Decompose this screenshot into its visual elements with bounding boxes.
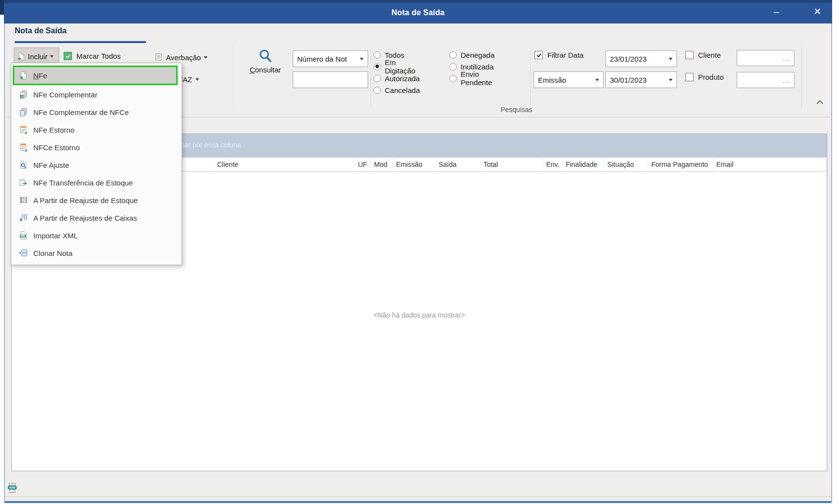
numero-da-nota-combobox[interactable]: Número da Not <box>293 50 368 67</box>
statusbar-divider <box>5 496 831 497</box>
radio-label: Em Digitação <box>385 58 416 75</box>
menu-item-label: NFe Estorno <box>33 126 74 134</box>
dropdown-arrow-icon <box>669 58 673 60</box>
ribbon-separator <box>530 47 531 108</box>
date-to-value: 30/01/2023 <box>610 76 647 84</box>
radio-icon[interactable] <box>373 51 381 59</box>
filtrar-data-checkbox[interactable] <box>535 51 543 59</box>
menu-item-nfe-complementar[interactable]: 1NFe Complementar <box>12 86 181 103</box>
marcar-todos-checkbox[interactable] <box>64 52 72 60</box>
ellipsis-browse-button[interactable]: ... <box>783 76 790 84</box>
svg-text:XML: XML <box>21 235 25 237</box>
menu-item-label: Clonar Nota <box>33 249 72 257</box>
dropdown-arrow-icon <box>50 55 54 58</box>
radio-option-autorizada[interactable]: Autorizada <box>373 73 420 83</box>
doc-search-icon <box>19 160 28 169</box>
incluir-label: Incluir <box>28 52 47 61</box>
menu-item-clonar-nota[interactable]: Clonar Nota <box>12 244 181 262</box>
emissao-combo-value: Emissão <box>538 76 566 84</box>
menu-item-importar-xml[interactable]: XMLImportar XML <box>12 227 181 244</box>
transfer-right-icon <box>19 178 28 187</box>
tab-nota-de-saida[interactable]: Nota de Saída <box>15 26 67 40</box>
export-xlsx-icon[interactable]: XLSX <box>6 481 19 494</box>
date-from-picker[interactable]: 23/01/2023 <box>606 50 677 67</box>
menu-item-label: NFCe Estorno <box>33 143 80 152</box>
cliente-checkbox[interactable] <box>685 51 694 59</box>
radio-label: Denegada <box>461 51 494 59</box>
radio-icon[interactable] <box>449 75 457 82</box>
menu-item-a-partir-de-reajuste-de-estoque[interactable]: A Partir de Reajuste de Estoque <box>12 191 181 209</box>
column-header-situa-o[interactable]: Situação <box>605 158 649 171</box>
column-header-mod[interactable]: Mod <box>371 158 393 171</box>
menu-item-nfe-ajuste[interactable]: NFe Ajuste <box>12 156 181 174</box>
radio-icon[interactable] <box>373 63 381 70</box>
clipboard-revert-icon <box>19 143 28 152</box>
radio-option-denegada[interactable]: Denegada <box>449 50 494 60</box>
radio-label: Envio Pendente <box>461 70 492 87</box>
date-to-picker[interactable]: 30/01/2023 <box>606 71 677 88</box>
radio-label: Cancelada <box>385 86 420 94</box>
consultar-button[interactable]: Consultar <box>245 48 286 79</box>
column-header-forma-pagamento[interactable]: Forma Pagamento <box>648 158 713 171</box>
radio-label: Inutilizada <box>461 63 494 71</box>
menu-item-label: NFe Ajuste <box>33 161 69 169</box>
marcar-todos-checkbox-row[interactable]: Marcar Todos <box>64 52 121 60</box>
produto-checkbox-row[interactable]: Produto <box>685 73 724 81</box>
filtrar-data-checkbox-row[interactable]: Filtrar Data <box>535 51 583 59</box>
consultar-label: Consultar <box>250 66 281 74</box>
menu-item-nfe-transfer-ncia-de-estoque[interactable]: NFe Transferência de Estoque <box>12 174 181 191</box>
app-window: Nota de Saída – ✕ Nota de Saída Incluir … <box>4 0 832 503</box>
docs-stack-blue-icon <box>19 108 28 116</box>
column-header-email[interactable]: Email <box>713 158 827 171</box>
menu-item-nfe[interactable]: NFe <box>13 66 178 85</box>
produto-lookup-input[interactable]: ... <box>737 72 794 88</box>
column-header-finalidade[interactable]: Finalidade <box>563 158 605 171</box>
cliente-checkbox-row[interactable]: Cliente <box>685 51 721 59</box>
dropdown-arrow-icon <box>195 78 199 81</box>
close-button[interactable]: ✕ <box>807 4 828 20</box>
radio-option-em-digita-o[interactable]: Em Digitação <box>373 62 416 71</box>
column-header-sa-da[interactable]: Saída <box>436 158 481 171</box>
produto-checkbox[interactable] <box>685 73 694 81</box>
averbacao-button[interactable]: Averbação <box>154 51 208 64</box>
svg-text:XLSX: XLSX <box>9 486 15 489</box>
radio-icon[interactable] <box>373 75 381 82</box>
grid-columns-icon <box>19 196 28 205</box>
menu-item-label: A Partir de Reajustes de Caixas <box>33 214 137 222</box>
menu-item-a-partir-de-reajustes-de-caixas[interactable]: A Partir de Reajustes de Caixas <box>12 209 181 227</box>
radio-option-cancelada[interactable]: Cancelada <box>373 85 420 95</box>
incluir-dropdown-menu: NFe1NFe ComplementarNFe Complementar de … <box>11 63 182 265</box>
grid-arrow-down-icon <box>19 213 28 222</box>
column-header-env[interactable]: Env. <box>543 158 563 171</box>
column-header-uf[interactable]: UF <box>355 158 371 171</box>
minimize-button[interactable]: – <box>766 4 787 20</box>
xml-file-icon: XML <box>19 231 28 240</box>
menu-item-nfe-estorno[interactable]: NFe Estorno <box>12 121 181 138</box>
ribbon-separator <box>801 47 802 108</box>
radio-label: Todos <box>385 51 404 59</box>
date-from-value: 23/01/2023 <box>610 55 647 63</box>
search-icon <box>257 48 273 64</box>
column-header-cliente[interactable]: Cliente <box>214 158 355 171</box>
titlebar: Nota de Saída – ✕ <box>4 0 832 23</box>
collapse-ribbon-button[interactable] <box>813 96 827 109</box>
dropdown-arrow-icon <box>669 79 673 81</box>
cliente-lookup-input[interactable]: ... <box>737 50 794 66</box>
dropdown-arrow-icon <box>595 79 599 81</box>
column-header-total[interactable]: Total <box>481 158 543 171</box>
radio-icon[interactable] <box>449 63 457 70</box>
emissao-combobox[interactable]: Emissão <box>534 71 604 88</box>
grid-empty-message: <Não há dados para mostrar> <box>12 311 827 319</box>
radio-icon[interactable] <box>449 51 457 59</box>
ellipsis-browse-button[interactable]: ... <box>783 54 790 62</box>
menu-item-nfe-complementar-de-nfce[interactable]: NFe Complementar de NFCe <box>12 103 181 121</box>
menu-item-nfce-estorno[interactable]: NFCe Estorno <box>12 138 181 156</box>
radio-icon[interactable] <box>373 87 381 94</box>
radio-label: Autorizada <box>385 74 420 83</box>
produto-label: Produto <box>698 73 724 81</box>
numero-combo-value: Número da Not <box>297 55 347 63</box>
radio-option-envio-pendente[interactable]: Envio Pendente <box>449 73 492 83</box>
column-header-emiss-o[interactable]: Emissão <box>393 158 436 171</box>
numero-da-nota-input[interactable] <box>293 71 368 88</box>
menu-item-label: NFe <box>33 71 47 80</box>
